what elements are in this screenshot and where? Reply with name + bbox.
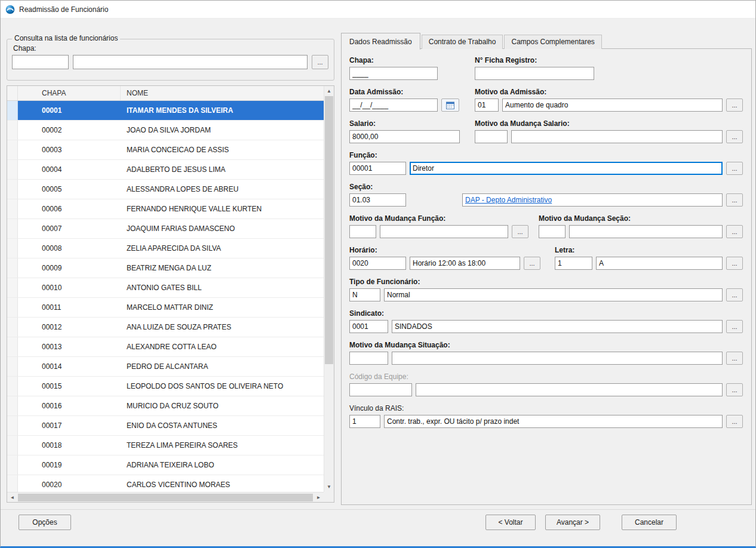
codigo-equipe-desc-input[interactable] (416, 383, 723, 396)
motivo-situacao-browse-button[interactable]: ... (726, 352, 743, 365)
employee-row[interactable]: 00012ANA LUIZA DE SOUZA PRATES (7, 318, 324, 337)
funcao-desc-input[interactable] (410, 162, 723, 175)
motivo-secao-browse-button[interactable]: ... (726, 225, 743, 238)
row-indicator (7, 377, 18, 396)
employee-row[interactable]: 00001ITAMAR MENDES DA SILVEIRA (7, 101, 324, 121)
secao-code-input[interactable] (349, 193, 406, 207)
codigo-equipe-browse-button[interactable]: ... (726, 383, 743, 396)
scroll-left-icon[interactable]: ◄ (7, 492, 17, 502)
calendar-button[interactable] (441, 98, 459, 112)
cancelar-button[interactable]: Cancelar (622, 515, 677, 530)
scroll-right-icon[interactable]: ► (314, 492, 324, 502)
chapa-input[interactable] (349, 67, 438, 80)
scroll-up-icon[interactable]: ▲ (324, 86, 334, 96)
employee-row[interactable]: 00015LEOPOLDO DOS SANTOS DE OLIVEIRA NET… (7, 377, 324, 396)
employee-row[interactable]: 00020CARLOS VICENTINO MORAES (7, 475, 324, 492)
vinculo-rais-browse-button[interactable]: ... (726, 415, 743, 428)
motivo-admissao-browse-button[interactable]: ... (726, 98, 743, 112)
cell-chapa: 00015 (18, 382, 121, 390)
motivo-admissao-desc-input[interactable] (502, 98, 723, 112)
sindicato-browse-button[interactable]: ... (726, 320, 743, 333)
employee-row[interactable]: 00006FERNANDO HENRIQUE VALLE KURTEN (7, 199, 324, 219)
letra-desc-input[interactable] (596, 257, 723, 270)
cell-chapa: 00005 (18, 185, 121, 193)
motivo-salario-code-input[interactable] (475, 130, 508, 143)
vertical-scroll-thumb[interactable] (325, 96, 333, 364)
cell-chapa: 00017 (18, 421, 121, 430)
search-name-input[interactable] (73, 55, 308, 69)
motivo-salario-browse-button[interactable]: ... (726, 130, 743, 143)
secao-browse-button[interactable]: ... (726, 193, 743, 207)
tipo-funcionario-desc-input[interactable] (384, 288, 723, 301)
search-chapa-label: Chapa: (13, 44, 36, 53)
employee-row[interactable]: 00010ANTONIO GATES BILL (7, 278, 324, 298)
employee-row[interactable]: 00014PEDRO DE ALCANTARA (7, 357, 324, 377)
horario-desc-input[interactable] (410, 257, 520, 270)
funcao-code-input[interactable] (349, 162, 406, 175)
tab-contrato-trabalho[interactable]: Contrato de Trabalho (422, 35, 503, 49)
motivo-salario-desc-input[interactable] (511, 130, 723, 143)
employee-row[interactable]: 00019ADRIANA TEIXEIRA LOBO (7, 455, 324, 475)
grid-header-chapa[interactable]: CHAPA (18, 86, 121, 100)
secao-link[interactable]: DAP - Depto Administrativo (465, 196, 552, 204)
search-chapa-input[interactable] (12, 55, 69, 69)
tipo-funcionario-browse-button[interactable]: ... (726, 288, 743, 301)
employee-row[interactable]: 00003MARIA CONCEICAO DE ASSIS (7, 140, 324, 160)
secao-desc-field[interactable]: DAP - Depto Administrativo (462, 193, 723, 207)
ficha-registro-input[interactable] (475, 67, 594, 80)
motivo-funcao-browse-button[interactable]: ... (512, 225, 528, 238)
cell-chapa: 00010 (18, 284, 121, 292)
employee-row[interactable]: 00002JOAO DA SILVA JORDAM (7, 121, 324, 140)
cell-nome: LEOPOLDO DOS SANTOS DE OLIVEIRA NETO (121, 382, 324, 390)
grid-header-nome[interactable]: NOME (121, 86, 324, 100)
motivo-funcao-desc-input[interactable] (380, 225, 508, 238)
opcoes-button[interactable]: Opções (19, 515, 71, 530)
codigo-equipe-code-input[interactable] (349, 383, 412, 396)
horario-code-input[interactable] (349, 257, 406, 270)
salario-label: Salario: (349, 119, 475, 128)
search-row: ... (12, 55, 329, 69)
tipo-funcionario-code-input[interactable] (349, 288, 380, 301)
scroll-down-icon[interactable]: ▼ (324, 482, 334, 492)
row-indicator (7, 298, 18, 317)
employee-row[interactable]: 00016MURICIO DA CRUZ SOUTO (7, 396, 324, 416)
row-indicator (7, 455, 18, 475)
data-admissao-input[interactable] (349, 98, 438, 112)
employee-row[interactable]: 00004ADALBERTO DE JESUS LIMA (7, 160, 324, 180)
employee-row[interactable]: 00007JOAQUIM FARIAS DAMASCENO (7, 219, 324, 239)
tab-dados-readmissao[interactable]: Dados Readmissão (341, 33, 420, 50)
tab-campos-complementares[interactable]: Campos Complementares (504, 35, 601, 49)
wizard-buttons: < Voltar Avançar > Cancelar (485, 515, 677, 530)
vinculo-rais-desc-input[interactable] (384, 415, 723, 428)
vinculo-rais-code-input[interactable] (349, 415, 380, 428)
employee-row[interactable]: 00008ZELIA APARECIDA DA SILVA (7, 239, 324, 258)
grid-horizontal-scrollbar[interactable]: ◄ ► (7, 492, 324, 502)
employee-row[interactable]: 00013ALEXANDRE COTTA LEAO (7, 337, 324, 357)
letra-browse-button[interactable]: ... (726, 257, 743, 270)
salario-input[interactable] (349, 130, 460, 143)
funcao-browse-button[interactable]: ... (726, 162, 743, 175)
employee-row[interactable]: 00017ENIO DA COSTA ANTUNES (7, 416, 324, 436)
letra-label: Letra: (555, 246, 743, 254)
grid-vertical-scrollbar[interactable]: ▲ ▼ (324, 86, 334, 492)
motivo-situacao-desc-input[interactable] (392, 352, 723, 365)
horario-browse-button[interactable]: ... (524, 257, 540, 270)
sindicato-desc-input[interactable] (392, 320, 723, 333)
employee-row[interactable]: 00005ALESSANDRA LOPES DE ABREU (7, 180, 324, 199)
cell-chapa: 00019 (18, 461, 121, 469)
sindicato-code-input[interactable] (349, 320, 388, 333)
employee-row[interactable]: 00009BEATRIZ MENGA DA LUZ (7, 258, 324, 278)
horizontal-scroll-thumb[interactable] (18, 494, 313, 501)
search-groupbox: Consulta na lista de funcionários Chapa:… (7, 39, 334, 81)
avancar-button[interactable]: Avançar > (545, 515, 600, 530)
motivo-secao-code-input[interactable] (539, 225, 566, 238)
employee-row[interactable]: 00011MARCELO MATTAR DINIZ (7, 298, 324, 318)
employee-row[interactable]: 00018TEREZA LIMA PEREIRA SOARES (7, 436, 324, 455)
letra-code-input[interactable] (555, 257, 592, 270)
motivo-funcao-code-input[interactable] (349, 225, 376, 238)
motivo-situacao-code-input[interactable] (349, 352, 388, 365)
search-browse-button[interactable]: ... (312, 55, 328, 69)
motivo-secao-desc-input[interactable] (569, 225, 723, 238)
voltar-button[interactable]: < Voltar (485, 515, 536, 530)
motivo-admissao-code-input[interactable] (475, 98, 499, 112)
